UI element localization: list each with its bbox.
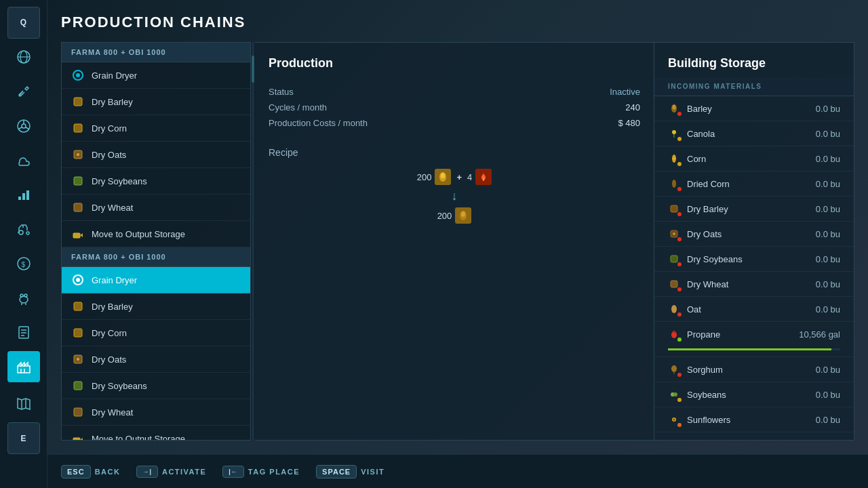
svg-rect-9 [22,193,25,200]
sidebar-icon-map[interactable] [7,388,40,420]
storage-panel: Building Storage INCOMING MATERIALS Barl… [654,42,854,441]
recipe-visual: 200 + 4 ↓ [269,169,640,224]
storage-item-soybeans: Soybeans 0.0 bu [654,382,854,407]
dry-wheat-name: Dry Wheat [687,279,809,289]
corn-value: 0.0 bu [816,154,840,164]
key-badge-visit: SPACE [316,465,357,479]
chain-item-label: Dry Soybeans [92,176,147,186]
recipe-input-amount-1: 200 [417,172,432,182]
storage-section-header: INCOMING MATERIALS [654,77,854,96]
dry-wheat-icon-1 [71,201,85,214]
propane-bar-container [668,348,840,350]
sidebar-icon-animal[interactable] [7,282,40,314]
sidebar-icon-globe[interactable] [7,41,40,73]
scrollbar-divider [251,42,255,441]
canola-name: Canola [687,129,809,139]
sidebar-icon-e[interactable]: E [7,422,40,454]
dry-soybeans-name: Dry Soybeans [687,254,809,264]
production-panel: Production Status Inactive Cycles / mont… [255,42,654,441]
sidebar-icon-contracts[interactable] [7,317,40,348]
svg-point-49 [441,173,445,178]
chain-item-g2-move-output[interactable]: Move to Output Storage [62,426,250,441]
svg-point-44 [77,358,79,361]
dry-barley-icon-2 [71,300,85,313]
sidebar-icon-steering[interactable] [7,110,40,142]
chain-item-g2-dry-corn[interactable]: Dry Corn [62,320,250,346]
chain-item-label: Dry Barley [92,97,133,107]
key-button-visit[interactable]: SPACE VISIT [316,465,384,479]
storage-item-barley: Barley 0.0 bu [654,96,854,121]
chain-item-g1-dry-soybeans[interactable]: Dry Soybeans [62,168,250,195]
svg-rect-37 [74,203,82,211]
storage-title: Building Storage [654,43,854,77]
chain-item-g2-dry-wheat[interactable]: Dry Wheat [62,399,250,426]
chain-item-g2-dry-oats[interactable]: Dry Oats [62,346,250,373]
chain-group-header-1: FARMA 800 + OBI 1000 [62,43,250,62]
key-badge-tag: |← [222,466,244,478]
barley-name: Barley [687,104,809,114]
sidebar-icon-tractor[interactable] [7,214,40,245]
dry-barley-icon [71,95,85,108]
chain-item-g1-dry-oats[interactable]: Dry Oats [62,142,250,168]
svg-rect-41 [74,302,82,310]
chain-item-g1-move-output[interactable]: Move to Output Storage [62,221,250,247]
stat-label-costs: Production Costs / month [269,118,368,128]
key-button-esc[interactable]: ESC BACK [61,465,120,479]
soybeans-name: Soybeans [687,390,809,400]
chain-item-g2-dry-barley[interactable]: Dry Barley [62,293,250,320]
corn-icon [668,152,680,165]
barley-value: 0.0 bu [816,104,840,114]
sidebar-icon-stats[interactable] [7,179,40,211]
key-label-back: BACK [95,468,121,476]
stat-value-status: Inactive [610,87,640,97]
chain-item-label: Grain Dryer [92,275,137,285]
dry-soybeans-icon-1 [71,174,85,188]
dry-wheat-value: 0.0 bu [816,279,840,289]
storage-item-canola: Canola 0.0 bu [654,121,854,146]
chains-panel[interactable]: FARMA 800 + OBI 1000 Grain Dryer Dry Bar… [61,42,251,441]
svg-rect-66 [673,331,675,333]
chain-item-g1-grain-dryer[interactable]: Grain Dryer [62,62,250,89]
key-badge-activate: →| [136,466,158,478]
dry-corn-icon [71,121,85,135]
barley-icon [668,102,680,115]
dry-soybeans-icon-2 [71,379,85,392]
svg-rect-24 [18,366,30,373]
sidebar-icon-weather[interactable] [7,144,40,176]
chain-item-g2-dry-soybeans[interactable]: Dry Soybeans [62,373,250,399]
stat-label-cycles: Cycles / month [269,102,327,113]
chain-item-g1-dry-corn[interactable]: Dry Corn [62,115,250,142]
svg-rect-32 [74,98,82,106]
storage-list[interactable]: Barley 0.0 bu Canola 0.0 bu [654,96,854,440]
svg-rect-36 [74,177,82,185]
sidebar-icon-tools[interactable] [7,76,40,108]
propane-bar [668,348,831,350]
dry-oats-icon-1 [71,148,85,161]
svg-rect-47 [73,438,80,441]
sidebar-icon-factory[interactable] [7,351,40,383]
sidebar-icon-q[interactable]: Q [7,7,40,39]
chain-item-label: Grain Dryer [92,70,137,81]
sidebar: Q $ E [0,0,47,488]
storage-item-dry-barley: Dry Barley 0.0 bu [654,197,854,222]
corn-name: Corn [687,154,809,164]
propane-value: 10,566 gal [799,329,840,340]
move-output-icon-2 [71,432,85,441]
svg-point-17 [24,294,27,297]
chain-item-g1-dry-barley[interactable]: Dry Barley [62,89,250,115]
stat-row-status: Status Inactive [269,84,640,100]
dry-barley-value: 0.0 bu [816,204,840,214]
chain-item-g2-grain-dryer[interactable]: Grain Dryer [62,267,250,293]
production-stats: Status Inactive Cycles / month 240 Produ… [269,84,640,131]
dry-oats-value: 0.0 bu [816,229,840,239]
stat-value-costs: $ 480 [618,118,640,128]
dry-wheat-storage-icon [668,278,680,290]
key-button-tag[interactable]: |← TAG PLACE [222,466,300,478]
chain-item-label: Dry Wheat [92,407,133,418]
chain-item-g1-dry-wheat[interactable]: Dry Wheat [62,195,250,221]
sidebar-icon-money[interactable]: $ [7,247,40,279]
key-button-activate[interactable]: →| ACTIVATE [136,466,206,478]
propane-name: Propane [687,329,792,340]
storage-item-sorghum: Sorghum 0.0 bu [654,357,854,382]
svg-point-70 [673,392,677,396]
